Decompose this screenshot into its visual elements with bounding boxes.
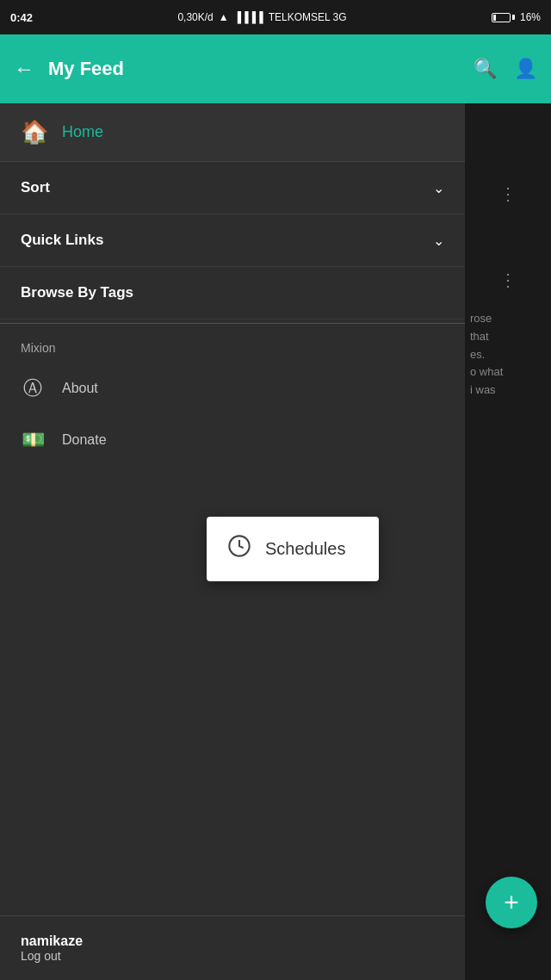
speed-indicator: 0,30K/d bbox=[177, 11, 213, 23]
content-background: ⋮⋮ rose that es. o what i was bbox=[465, 103, 551, 980]
status-center: 0,30K/d ▲ ▐▐▐▐ TELKOMSEL 3G bbox=[177, 11, 346, 23]
username-label: namikaze bbox=[21, 933, 444, 949]
schedules-label: Schedules bbox=[265, 539, 345, 559]
status-right: 16% bbox=[492, 11, 541, 23]
quick-links-menu-item[interactable]: Quick Links ⌄ bbox=[0, 214, 465, 267]
quick-links-chevron-icon: ⌄ bbox=[433, 233, 444, 249]
app-bar-actions: 🔍 👤 bbox=[474, 58, 537, 80]
about-icon: Ⓐ bbox=[21, 375, 45, 401]
sort-menu-item[interactable]: Sort ⌄ bbox=[0, 162, 465, 214]
content-text: rose that es. o what i was bbox=[465, 301, 551, 408]
profile-icon[interactable]: 👤 bbox=[514, 58, 537, 80]
browse-tags-label: Browse By Tags bbox=[21, 284, 133, 301]
page-title: My Feed bbox=[48, 58, 460, 80]
carrier-text: TELKOMSEL 3G bbox=[269, 11, 347, 23]
logout-button[interactable]: Log out bbox=[21, 949, 444, 963]
about-menu-item[interactable]: Ⓐ About bbox=[0, 362, 465, 415]
quick-links-label: Quick Links bbox=[21, 232, 103, 249]
wifi-icon: ▲ bbox=[219, 11, 229, 23]
battery-icon bbox=[492, 13, 515, 22]
app-bar: ← My Feed 🔍 👤 bbox=[0, 34, 551, 103]
donate-label: Donate bbox=[62, 432, 107, 448]
status-time: 0:42 bbox=[10, 11, 33, 24]
signal-icon: ▐▐▐▐ bbox=[234, 11, 263, 23]
sort-chevron-icon: ⌄ bbox=[433, 180, 444, 196]
search-icon[interactable]: 🔍 bbox=[474, 58, 497, 80]
more-options-dots: ⋮⋮ bbox=[465, 103, 551, 301]
home-icon: 🏠 bbox=[21, 119, 48, 146]
fab-button[interactable]: + bbox=[486, 877, 537, 928]
home-label: Home bbox=[62, 123, 103, 141]
sort-label: Sort bbox=[21, 179, 50, 196]
fab-plus-icon: + bbox=[504, 890, 519, 915]
clock-icon bbox=[227, 534, 251, 564]
about-label: About bbox=[62, 381, 98, 396]
drawer-home-item[interactable]: 🏠 Home bbox=[0, 103, 465, 161]
donate-icon: 💵 bbox=[21, 429, 45, 451]
donate-menu-item[interactable]: 💵 Donate bbox=[0, 415, 465, 465]
browse-tags-item[interactable]: Browse By Tags bbox=[0, 267, 465, 319]
mixion-section-title: Mixion bbox=[0, 327, 465, 362]
battery-percent: 16% bbox=[520, 11, 541, 23]
section-divider bbox=[0, 323, 465, 324]
schedules-tooltip[interactable]: Schedules bbox=[207, 517, 379, 581]
status-bar: 0:42 0,30K/d ▲ ▐▐▐▐ TELKOMSEL 3G 16% bbox=[0, 0, 551, 34]
back-button[interactable]: ← bbox=[14, 57, 34, 81]
drawer-footer: namikaze Log out bbox=[0, 915, 465, 980]
